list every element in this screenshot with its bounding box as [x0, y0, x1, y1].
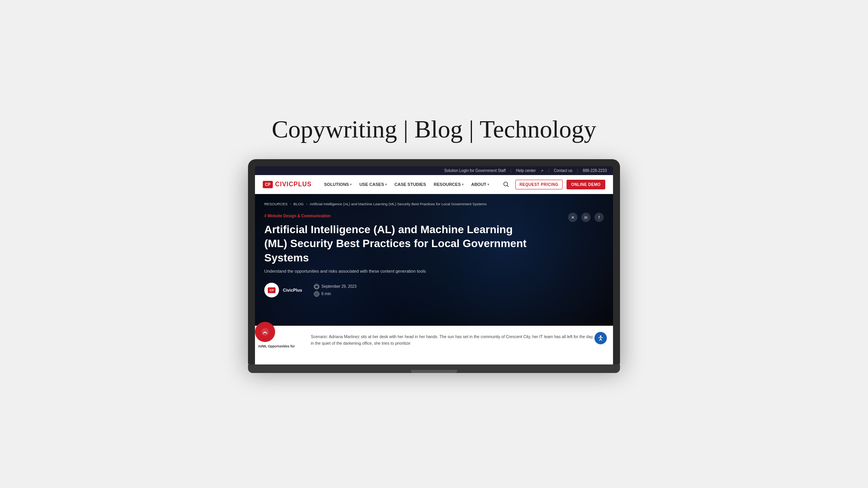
top-bar: Solution Login for Government Staff | He…: [255, 166, 613, 175]
publish-date: September 29, 2023: [314, 284, 357, 289]
article-title: Artificial Intelligence (AL) and Machine…: [264, 223, 528, 265]
content-area: AI/ML Opportunities for Scenario: Adrian…: [255, 326, 613, 364]
contact-us-link[interactable]: Contact us: [554, 168, 572, 173]
phone-number: 888-228-2233: [583, 168, 607, 173]
svg-line-7: [317, 294, 317, 294]
author-section: CP CivicPlus: [264, 283, 302, 297]
breadcrumb-blog[interactable]: BLOG: [293, 202, 303, 206]
calendar-icon: [314, 284, 319, 289]
sidebar-bubble[interactable]: [255, 322, 275, 342]
nav-resources[interactable]: RESOURCES ▾: [431, 180, 467, 189]
author-name: CivicPlus: [283, 288, 302, 292]
separator-3: |: [577, 168, 578, 173]
nav-case-studies[interactable]: CASE STUDIES: [391, 180, 429, 189]
laptop-screen: Solution Login for Government Staff | He…: [255, 166, 613, 364]
accessibility-button[interactable]: [594, 332, 607, 344]
article-subtitle: Understand the opportunities and risks a…: [264, 269, 604, 273]
date-text: September 29, 2023: [322, 284, 357, 289]
main-nav: CP CIVICPLUS SOLUTIONS ▾ USE CASES ▾ CAS…: [255, 175, 613, 194]
breadcrumb: RESOURCES › BLOG › Artificial Intelligen…: [264, 202, 604, 206]
logo-area[interactable]: CP CIVICPLUS: [263, 181, 312, 188]
author-avatar: CP: [264, 283, 279, 297]
meta-info: September 29, 2023 6 min: [314, 284, 357, 297]
logo-icon: CP: [263, 181, 273, 188]
clock-icon: [314, 291, 319, 297]
nav-items: SOLUTIONS ▾ USE CASES ▾ CASE STUDIES RES…: [321, 180, 500, 189]
cp-logo: CP: [268, 287, 275, 293]
separator-1: |: [510, 168, 512, 173]
svg-line-1: [507, 186, 508, 187]
laptop-base: [248, 364, 620, 373]
page-title: Copywriting | Blog | Technology: [272, 115, 596, 144]
solution-login-link[interactable]: Solution Login for Government Staff: [444, 168, 506, 173]
nav-right: REQUEST PRICING ONLINE DEMO: [501, 179, 605, 190]
logo-text: CIVICPLUS: [275, 181, 312, 188]
breadcrumb-current: Artificial Intelligence (AL) and Machine…: [310, 202, 487, 206]
sidebar-label: AI/ML Opportunities for: [258, 344, 297, 348]
article-body: Scenario: Adriana Martinez sits at her d…: [311, 333, 604, 357]
search-button[interactable]: [501, 179, 512, 190]
laptop-body: Solution Login for Government Staff | He…: [248, 159, 620, 364]
request-pricing-button[interactable]: REQUEST PRICING: [515, 180, 563, 189]
online-demo-button[interactable]: ONLINE DEMO: [567, 180, 605, 189]
breadcrumb-chevron-1: ›: [290, 202, 291, 206]
nav-about[interactable]: ABOUT ▾: [468, 180, 492, 189]
hero-meta: CP CivicPlus: [264, 283, 604, 297]
help-center-link[interactable]: Help center: [516, 168, 536, 173]
nav-use-cases[interactable]: USE CASES ▾: [356, 180, 390, 189]
nav-solutions[interactable]: SOLUTIONS ▾: [321, 180, 355, 189]
svg-point-9: [600, 335, 601, 337]
article-tag: # Website Design & Communication: [264, 214, 604, 218]
read-time-text: 6 min: [322, 292, 331, 296]
hero-section: RESOURCES › BLOG › Artificial Intelligen…: [255, 194, 613, 326]
breadcrumb-resources[interactable]: RESOURCES: [264, 202, 288, 206]
laptop-container: Solution Login for Government Staff | He…: [248, 159, 620, 373]
breadcrumb-chevron-2: ›: [306, 202, 307, 206]
svg-rect-2: [315, 285, 318, 288]
read-time: 6 min: [314, 291, 357, 297]
separator-2: |: [548, 168, 549, 173]
